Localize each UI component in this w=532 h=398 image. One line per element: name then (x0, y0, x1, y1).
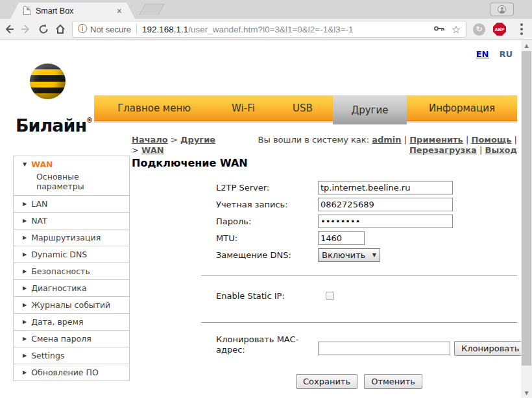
save-button[interactable]: Сохранить (296, 374, 357, 389)
form-actions: Сохранить Отменить (201, 374, 517, 389)
dns-override-select[interactable]: Включить ▼ (318, 248, 380, 262)
cancel-button[interactable]: Отменить (364, 374, 422, 389)
account-input[interactable] (318, 198, 453, 211)
clone-button[interactable]: Клонировать (454, 341, 527, 356)
static-ip-checkbox[interactable] (326, 292, 334, 300)
password-input[interactable] (318, 215, 453, 228)
password-row: Пароль: (216, 215, 453, 228)
extension-sync-icon[interactable]: ↻ (473, 23, 485, 36)
profile-button[interactable] (490, 3, 514, 16)
back-button[interactable] (1, 20, 17, 38)
scrollbar-thumb[interactable] (522, 51, 531, 366)
tab-strip: Smart Box × (0, 0, 532, 19)
home-button[interactable] (53, 20, 68, 38)
mtu-row: MTU: (216, 231, 365, 245)
new-tab-button[interactable] (139, 4, 164, 15)
account-row: Учетная запись: (216, 198, 453, 211)
select-arrow-icon: ▼ (372, 252, 376, 258)
mtu-label: MTU: (216, 233, 318, 243)
site-security-chip[interactable]: ⓘ Not secure (78, 23, 131, 35)
security-label: Not secure (90, 25, 131, 34)
mac-address-input[interactable] (318, 342, 450, 355)
mac-clone-label: Клонировать MAC- адрес: (216, 334, 313, 355)
l2tp-server-input[interactable] (318, 181, 453, 194)
l2tp-label: L2TP Server: (216, 183, 318, 193)
section-divider (201, 275, 517, 276)
static-ip-label: Enable Static IP: (216, 291, 318, 301)
browser-toolbar: ⓘ Not secure 192.168.1.1/user_wandef.htm… (0, 19, 532, 40)
browser-window: Smart Box × ⓘ Not secure 192.168.1.1/use (0, 0, 532, 398)
scroll-down-icon[interactable]: ▼ (521, 388, 532, 398)
page-viewport: ENRU Билайн® Главное меню Wi-Fi USB Друг… (0, 40, 532, 398)
browser-menu-icon[interactable] (520, 23, 523, 26)
info-icon: ⓘ (78, 23, 87, 35)
url-separator (136, 24, 137, 34)
url-bar[interactable]: ⓘ Not secure 192.168.1.1/user_wandef.htm… (72, 21, 466, 38)
password-label: Пароль: (216, 217, 318, 226)
browser-tab[interactable]: Smart Box × (10, 3, 135, 19)
dns-override-label: Замещение DNS: (216, 250, 318, 260)
mtu-input[interactable] (318, 231, 365, 245)
reload-button[interactable] (36, 20, 51, 38)
dns-select-value: Включить (322, 250, 372, 260)
scroll-up-icon[interactable]: ▲ (521, 40, 532, 51)
page-scrollbar[interactable]: ▲ ▼ (521, 40, 532, 398)
forward-button[interactable] (18, 20, 34, 38)
person-icon (498, 5, 506, 14)
url-text[interactable]: 192.168.1.1/user_wandef.htm?l0=3&l1=0&l2… (142, 25, 431, 34)
extension-area: ↻ ABP (473, 23, 532, 36)
tab-close-icon[interactable]: × (117, 6, 122, 16)
static-ip-row: Enable Static IP: (216, 291, 334, 301)
page-favicon-icon (23, 6, 30, 15)
adblock-extension-icon[interactable]: ABP (493, 23, 506, 36)
dns-row: Замещение DNS: Включить ▼ (216, 248, 380, 262)
account-label: Учетная запись: (216, 200, 318, 209)
section-divider (201, 322, 517, 323)
tab-title: Smart Box (36, 6, 113, 16)
url-path: /user_wandef.htm?l0=3&l1=0&l2=-1&l3=-1 (188, 25, 353, 34)
bookmark-star-icon[interactable]: ☆ (452, 23, 461, 36)
password-key-icon[interactable] (433, 23, 445, 35)
wan-form: L2TP Server: Учетная запись: Пароль: MTU… (0, 40, 532, 398)
url-domain: 192.168.1.1 (142, 25, 188, 34)
l2tp-row: L2TP Server: (216, 181, 453, 194)
